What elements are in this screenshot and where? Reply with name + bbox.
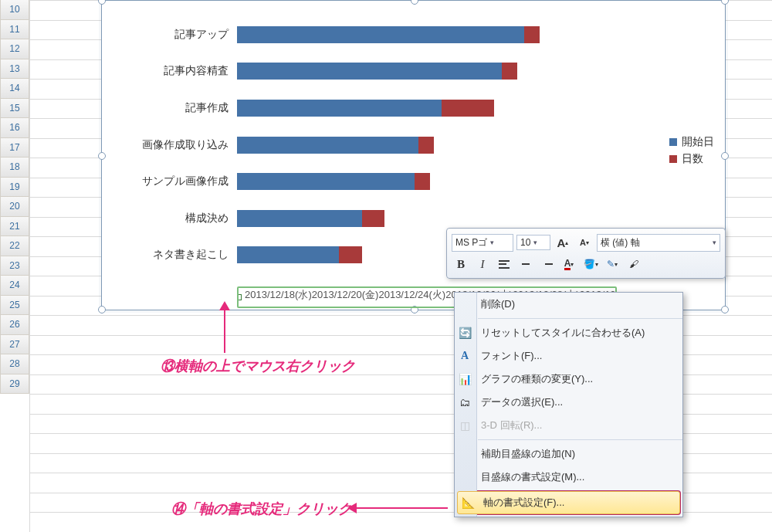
menu-format-gridlines[interactable]: 目盛線の書式設定(M)... [455, 466, 682, 489]
legend-label: 日数 [682, 152, 703, 166]
bar-series-b[interactable] [418, 137, 434, 154]
resize-handle[interactable] [721, 306, 729, 313]
arrow-head-icon [347, 503, 357, 513]
legend-item[interactable]: 日数 [669, 152, 714, 166]
annotation-13: ⑬横軸の上でマウス右クリック [161, 357, 355, 375]
font-color-button[interactable]: A▾ [560, 255, 578, 273]
bar-row[interactable] [237, 137, 615, 154]
bar-series-b[interactable] [524, 26, 540, 43]
menu-font[interactable]: Aフォント(F)... [455, 344, 682, 368]
y-axis-labels[interactable]: 記事アップ 記事内容精査 記事作成 画像作成取り込み サンプル画像作成 構成決め… [102, 16, 233, 279]
resize-handle[interactable] [721, 152, 729, 160]
y-tick: 構成決め [185, 212, 229, 225]
fill-color-button[interactable]: 🪣▾ [581, 255, 600, 273]
format-painter-button[interactable]: 🖌 [625, 255, 643, 273]
row-header[interactable]: 11 [0, 20, 29, 40]
bar-row[interactable] [237, 210, 615, 227]
menu-add-minor-gridlines[interactable]: 補助目盛線の追加(N) [455, 442, 682, 466]
row-header[interactable]: 22 [0, 236, 29, 256]
row-header[interactable]: 17 [0, 138, 29, 158]
bar-row[interactable] [237, 173, 615, 190]
bar-row[interactable] [237, 26, 615, 43]
mini-toolbar[interactable]: MS Pゴ▾ 10▾ A▴ A▾ 横 (値) 軸▾ B I A▾ 🪣▾ ✎▾ 🖌 [446, 228, 726, 279]
bar-series-b[interactable] [442, 100, 495, 117]
row-header[interactable]: 20 [0, 197, 29, 217]
row-header[interactable]: 26 [0, 315, 29, 335]
grow-font-button[interactable]: A▴ [554, 233, 572, 252]
row-header[interactable]: 21 [0, 217, 29, 237]
align-left-button[interactable] [495, 255, 513, 273]
italic-button[interactable]: I [473, 255, 492, 273]
menu-reset-style[interactable]: 🔄リセットしてスタイルに合わせる(A) [455, 321, 682, 344]
font-icon: A [458, 349, 472, 363]
menu-3d-rotation: ◫3-D 回転(R)... [455, 414, 682, 437]
y-tick: ネタ書き起こし [153, 248, 229, 262]
arrow-line [355, 507, 448, 509]
row-header[interactable]: 23 [0, 256, 29, 276]
row-header[interactable]: 12 [0, 39, 29, 59]
y-tick: 記事作成 [185, 101, 229, 115]
bar-series-a[interactable] [237, 246, 339, 263]
row-header[interactable]: 15 [0, 99, 29, 119]
bar-series-a[interactable] [237, 173, 415, 190]
menu-format-axis[interactable]: 📐軸の書式設定(F)... [457, 491, 680, 514]
legend-swatch [669, 138, 677, 146]
legend-swatch [669, 155, 677, 163]
bar-series-a[interactable] [237, 210, 362, 227]
chart-element-select[interactable]: 横 (値) 軸▾ [597, 234, 720, 252]
menu-select-data[interactable]: 🗂データの選択(E)... [455, 391, 682, 414]
outline-button[interactable]: ✎▾ [603, 255, 621, 273]
y-tick: 記事アップ [174, 28, 229, 42]
context-menu: 削除(D) 🔄リセットしてスタイルに合わせる(A) Aフォント(F)... 📊グ… [454, 292, 683, 517]
shrink-font-button[interactable]: A▾ [575, 233, 594, 252]
row-header[interactable]: 29 [0, 374, 29, 395]
bar-series-b[interactable] [339, 246, 361, 263]
bar-series-a[interactable] [237, 63, 502, 80]
font-size-select[interactable]: 10▾ [516, 235, 550, 250]
align-right-button[interactable] [538, 255, 557, 273]
bar-series-a[interactable] [237, 26, 524, 43]
highlight-callout: 📐軸の書式設定(F)... [456, 490, 681, 515]
bar-series-b[interactable] [502, 63, 517, 80]
row-header[interactable]: 16 [0, 118, 29, 138]
select-data-icon: 🗂 [458, 395, 472, 409]
format-axis-icon: 📐 [461, 496, 475, 510]
arrow-line [224, 307, 225, 353]
menu-change-chart-type[interactable]: 📊グラフの種類の変更(Y)... [455, 368, 682, 391]
reset-icon: 🔄 [458, 326, 472, 340]
bar-series-b[interactable] [362, 210, 384, 227]
chart-legend[interactable]: 開始日 日数 [669, 132, 714, 169]
rotate-3d-icon: ◫ [458, 418, 472, 432]
axis-handle[interactable] [237, 294, 242, 300]
row-header[interactable]: 14 [0, 79, 29, 99]
resize-handle[interactable] [411, 0, 418, 5]
bar-series-b[interactable] [415, 173, 430, 190]
align-center-button[interactable] [516, 255, 535, 273]
resize-handle[interactable] [98, 0, 106, 5]
y-tick: 記事内容精査 [164, 64, 229, 78]
annotation-14: ⑭「軸の書式設定」クリック [171, 500, 352, 518]
row-header[interactable]: 13 [0, 59, 29, 80]
menu-separator [478, 318, 682, 319]
menu-delete[interactable]: 削除(D) [455, 293, 682, 316]
y-tick: サンプル画像作成 [142, 175, 229, 188]
row-header[interactable]: 28 [0, 354, 29, 374]
row-header-gutter: 10 11 12 13 14 15 16 17 18 19 20 21 22 2… [0, 0, 29, 394]
resize-handle[interactable] [98, 306, 106, 313]
row-header[interactable]: 18 [0, 158, 29, 178]
bold-button[interactable]: B [452, 255, 470, 273]
bar-series-a[interactable] [237, 100, 442, 117]
font-name-select[interactable]: MS Pゴ▾ [452, 234, 513, 252]
bar-row[interactable] [237, 63, 615, 80]
row-header[interactable]: 19 [0, 178, 29, 198]
row-header[interactable]: 27 [0, 335, 29, 355]
row-header[interactable]: 25 [0, 296, 29, 316]
legend-item[interactable]: 開始日 [669, 135, 714, 149]
arrow-head-icon [219, 301, 230, 310]
row-header[interactable]: 24 [0, 276, 29, 296]
bar-series-a[interactable] [237, 137, 418, 154]
brush-icon: 🖌 [629, 259, 638, 269]
bar-row[interactable] [237, 100, 615, 117]
row-header[interactable]: 10 [0, 0, 29, 20]
chart-type-icon: 📊 [458, 372, 472, 386]
